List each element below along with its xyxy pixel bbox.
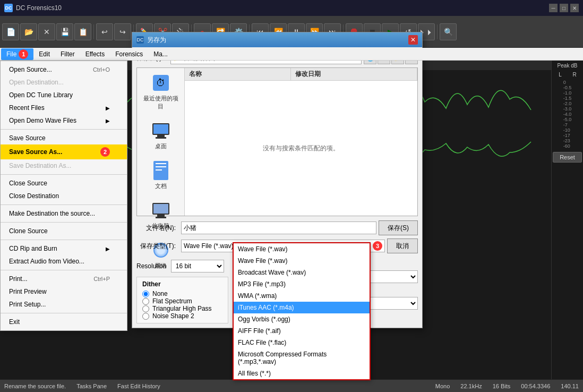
menu-open-demo[interactable]: Open Demo Wave Files ▶ [1, 114, 127, 127]
menu-print[interactable]: Print... Ctrl+P [1, 272, 127, 285]
menu-save-source[interactable]: Save Source [1, 132, 127, 144]
copy-button[interactable]: 📋 [74, 23, 91, 40]
dither-flat: Flat Spectrum [142, 297, 222, 305]
vu-meter: Peak dB L R 0-0.5-1.0-1.5 -2.0-3.0-4.0-5… [551, 61, 583, 379]
col-name: 名称 [185, 68, 291, 80]
dither-title: Dither [142, 280, 222, 288]
reset-button[interactable]: Reset [553, 152, 582, 163]
filetype-ms[interactable]: Microsoft Compressed Formats (*.mp3,*.wa… [234, 348, 370, 368]
empty-message: 没有与搜索条件匹配的项。 [263, 144, 339, 153]
redo-button[interactable]: ↪ [114, 23, 131, 40]
menu-open-dc-tune[interactable]: Open DC Tune Library [1, 89, 127, 101]
dither-section: Dither None Flat Spectrum Triangular Hig… [136, 277, 228, 323]
menu-edit[interactable]: Edit [33, 48, 55, 60]
filetype-aiff[interactable]: AIFF File (*.aif) [234, 325, 370, 337]
menu-open-destination: Open Destination... [1, 76, 127, 89]
sep1 [93, 24, 94, 39]
status-size: 140.11 [561, 383, 579, 389]
file-browser: ⏱ 最近使用的项目 桌面 [136, 67, 418, 216]
dither-triangular-radio[interactable] [142, 305, 149, 312]
file-menu-dropdown: Open Source... Ctrl+O Open Destination..… [0, 61, 127, 331]
save-button[interactable]: 💾 [56, 23, 73, 40]
status-time: 00:54.3346 [521, 383, 550, 389]
menu-extract-audio[interactable]: Extract Audio from Video... [1, 255, 127, 268]
status-mono: Mono [435, 383, 450, 389]
filetype-badge: 3 [373, 241, 382, 251]
resolution-select[interactable]: 16 bit [171, 260, 224, 272]
sep6 [437, 24, 438, 39]
menu-cd-rip[interactable]: CD Rip and Burn ▶ [1, 242, 127, 255]
menu-forensics[interactable]: Forensics [110, 48, 148, 60]
recent-label: 最近使用的项目 [141, 95, 180, 110]
dialog-title: 另存为 [147, 36, 408, 45]
save-source-badge: 2 [100, 147, 110, 157]
filename-wrapper [181, 221, 376, 234]
menu-filter[interactable]: Filter [55, 48, 80, 60]
dither-none: None [142, 290, 222, 297]
minimize-button[interactable]: ─ [549, 4, 558, 12]
cancel-dialog-button[interactable]: 取消 [387, 238, 418, 253]
sep-4 [1, 222, 127, 223]
documents-label: 文档 [155, 182, 167, 190]
menu-print-setup[interactable]: Print Setup... [1, 298, 127, 311]
filetype-mp3[interactable]: MP3 File (*.mp3) [234, 278, 370, 290]
filename-label: 文件名(N): [136, 224, 179, 233]
close-x-button[interactable]: ✕ [38, 23, 55, 40]
zoom-button[interactable]: 🔍 [440, 23, 457, 40]
menu-bar: File 1 Edit Filter Effects Forensics Ma.… [0, 48, 583, 61]
menu-print-preview[interactable]: Print Preview [1, 285, 127, 298]
menu-clone-source[interactable]: Clone Source [1, 225, 127, 237]
sep-5 [1, 240, 127, 240]
save-dialog-button[interactable]: 保存(S) [379, 220, 418, 235]
close-button[interactable]: ✕ [570, 4, 579, 12]
menu-save-source-as[interactable]: Save Source As... 2 [1, 144, 127, 159]
dither-none-radio[interactable] [142, 291, 149, 297]
menu-save-dest-as: Save Destination As... [1, 159, 127, 172]
dither-flat-radio[interactable] [142, 298, 149, 305]
menu-recent-files[interactable]: Recent Files ▶ [1, 101, 127, 114]
menu-file[interactable]: File 1 [1, 48, 33, 60]
new-button[interactable]: 📄 [2, 23, 19, 40]
window-controls: ─ □ ✕ [549, 4, 579, 12]
dither-noise-radio[interactable] [142, 313, 149, 320]
sidebar-desktop[interactable]: 桌面 [139, 118, 182, 154]
filetype-wma[interactable]: WMA (*.wma) [234, 290, 370, 302]
sidebar-documents[interactable]: 文档 [139, 158, 182, 193]
dialog-close-button[interactable]: ✕ [408, 35, 418, 45]
filename-input[interactable] [181, 221, 376, 234]
left-options: Resolution 16 bit Dither None Flat Spect… [136, 257, 228, 323]
filetype-options-dropdown: Wave File (*.wav) Wave File (*.wav) Broa… [233, 242, 371, 380]
sep-1 [1, 129, 127, 130]
resolution-label: Resolution [136, 262, 167, 270]
menu-effects[interactable]: Effects [80, 48, 110, 60]
maximize-button[interactable]: □ [560, 4, 568, 12]
sep-6 [1, 270, 127, 270]
sep-2 [1, 174, 127, 175]
menu-close-source[interactable]: Close Source [1, 177, 127, 190]
filetype-flac[interactable]: FLAC File (*.flac) [234, 337, 370, 348]
filetype-all[interactable]: All files (*.*) [234, 368, 370, 379]
sidebar-recent[interactable]: ⏱ 最近使用的项目 [139, 70, 182, 114]
filetype-wave1[interactable]: Wave File (*.wav) [234, 243, 370, 255]
open-button[interactable]: 📂 [20, 23, 37, 40]
menu-close-destination[interactable]: Close Destination [1, 190, 127, 202]
menu-make-dest[interactable]: Make Destination the source... [1, 207, 127, 220]
status-bar: Rename the source file. Tasks Pane Fast … [0, 379, 583, 392]
dialog-title-bar: DC 另存为 ✕ [132, 32, 422, 47]
file-header: 名称 修改日期 [185, 68, 417, 81]
menu-ma[interactable]: Ma... [148, 48, 173, 60]
file-badge: 1 [19, 49, 28, 59]
menu-exit[interactable]: Exit [1, 316, 127, 328]
dither-noise: Noise Shape 2 [142, 312, 222, 320]
vu-label: Peak dB [558, 63, 578, 69]
filetype-broadcast[interactable]: Broadcast Wave (*.wav) [234, 267, 370, 278]
sep-3 [1, 204, 127, 205]
menu-open-source[interactable]: Open Source... Ctrl+O [1, 63, 127, 76]
undo-button[interactable]: ↩ [96, 23, 113, 40]
filetype-wave2[interactable]: Wave File (*.wav) [234, 255, 370, 267]
app-icon: DC [4, 4, 13, 12]
filetype-itunes[interactable]: iTunes AAC (*.m4a) [234, 302, 370, 313]
filetype-ogg[interactable]: Ogg Vorbis (*.ogg) [234, 313, 370, 325]
desktop-label: 桌面 [155, 142, 167, 150]
file-main: 名称 修改日期 没有与搜索条件匹配的项。 [185, 68, 417, 216]
